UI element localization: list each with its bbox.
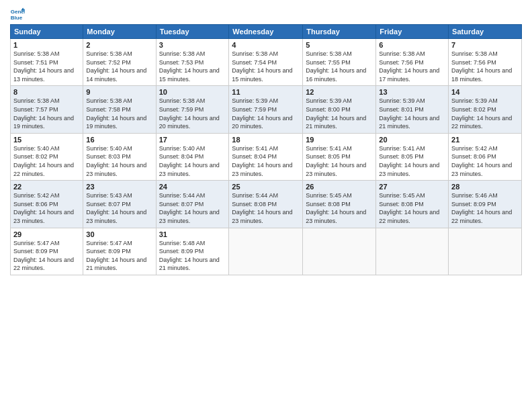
header: General Blue [10, 7, 522, 21]
day-number: 25 [232, 183, 300, 191]
day-info: Sunrise: 5:39 AMSunset: 8:00 PMDaylight:… [306, 97, 373, 130]
day-number: 30 [86, 230, 152, 238]
day-info: Sunrise: 5:48 AMSunset: 8:09 PMDaylight:… [159, 239, 226, 273]
day-info: Sunrise: 5:41 AMSunset: 8:05 PMDaylight:… [379, 144, 445, 178]
day-info: Sunrise: 5:38 AMSunset: 7:53 PMDaylight:… [159, 50, 226, 83]
calendar-cell: 31 Sunrise: 5:48 AMSunset: 8:09 PMDaylig… [156, 228, 229, 275]
calendar-cell: 2 Sunrise: 5:38 AMSunset: 7:52 PMDayligh… [83, 39, 156, 86]
calendar-cell: 22 Sunrise: 5:42 AMSunset: 8:06 PMDaylig… [11, 181, 83, 228]
day-info: Sunrise: 5:47 AMSunset: 8:09 PMDaylight:… [86, 239, 152, 273]
calendar-cell: 9 Sunrise: 5:38 AMSunset: 7:58 PMDayligh… [83, 86, 156, 133]
week-row-4: 22 Sunrise: 5:42 AMSunset: 8:06 PMDaylig… [11, 181, 522, 228]
day-number: 15 [13, 136, 80, 144]
calendar-cell: 27 Sunrise: 5:45 AMSunset: 8:08 PMDaylig… [376, 181, 449, 228]
day-info: Sunrise: 5:38 AMSunset: 7:54 PMDaylight:… [232, 50, 300, 83]
header-thursday: Thursday [303, 25, 376, 39]
calendar-cell: 24 Sunrise: 5:44 AMSunset: 8:07 PMDaylig… [156, 181, 229, 228]
day-number: 16 [86, 136, 152, 144]
day-number: 4 [232, 41, 300, 49]
day-number: 11 [232, 88, 300, 96]
day-number: 20 [379, 136, 445, 144]
calendar-cell [449, 228, 522, 275]
calendar-cell: 19 Sunrise: 5:41 AMSunset: 8:05 PMDaylig… [303, 133, 376, 180]
day-number: 21 [451, 136, 519, 144]
day-number: 7 [451, 41, 519, 49]
day-info: Sunrise: 5:38 AMSunset: 7:56 PMDaylight:… [451, 50, 519, 83]
day-number: 10 [159, 88, 226, 96]
day-info: Sunrise: 5:39 AMSunset: 8:01 PMDaylight:… [379, 97, 445, 130]
day-number: 9 [86, 88, 152, 96]
calendar-cell: 16 Sunrise: 5:40 AMSunset: 8:03 PMDaylig… [83, 133, 156, 180]
day-info: Sunrise: 5:38 AMSunset: 7:59 PMDaylight:… [159, 97, 226, 130]
day-number: 29 [13, 230, 80, 238]
day-number: 6 [379, 41, 445, 49]
calendar-cell: 28 Sunrise: 5:46 AMSunset: 8:09 PMDaylig… [449, 181, 522, 228]
day-info: Sunrise: 5:42 AMSunset: 8:06 PMDaylight:… [13, 191, 80, 225]
calendar-cell: 17 Sunrise: 5:40 AMSunset: 8:04 PMDaylig… [156, 133, 229, 180]
day-info: Sunrise: 5:46 AMSunset: 8:09 PMDaylight:… [451, 191, 519, 225]
day-info: Sunrise: 5:41 AMSunset: 8:05 PMDaylight:… [306, 144, 373, 178]
calendar-cell: 18 Sunrise: 5:41 AMSunset: 8:04 PMDaylig… [229, 133, 303, 180]
svg-text:Blue: Blue [11, 15, 23, 21]
day-number: 22 [13, 183, 80, 191]
calendar-cell: 7 Sunrise: 5:38 AMSunset: 7:56 PMDayligh… [449, 39, 522, 86]
day-info: Sunrise: 5:47 AMSunset: 8:09 PMDaylight:… [13, 239, 80, 273]
calendar-cell: 25 Sunrise: 5:44 AMSunset: 8:08 PMDaylig… [229, 181, 303, 228]
day-info: Sunrise: 5:39 AMSunset: 7:59 PMDaylight:… [232, 97, 300, 130]
day-number: 17 [159, 136, 226, 144]
day-number: 19 [306, 136, 373, 144]
calendar-cell: 26 Sunrise: 5:45 AMSunset: 8:08 PMDaylig… [303, 181, 376, 228]
calendar-cell: 5 Sunrise: 5:38 AMSunset: 7:55 PMDayligh… [303, 39, 376, 86]
day-info: Sunrise: 5:43 AMSunset: 8:07 PMDaylight:… [86, 191, 152, 225]
calendar-cell: 8 Sunrise: 5:38 AMSunset: 7:57 PMDayligh… [11, 86, 83, 133]
header-friday: Friday [376, 25, 449, 39]
calendar-cell: 13 Sunrise: 5:39 AMSunset: 8:01 PMDaylig… [376, 86, 449, 133]
calendar-header-row: SundayMondayTuesdayWednesdayThursdayFrid… [11, 25, 522, 39]
calendar-cell: 4 Sunrise: 5:38 AMSunset: 7:54 PMDayligh… [229, 39, 303, 86]
day-info: Sunrise: 5:38 AMSunset: 7:57 PMDaylight:… [13, 97, 80, 130]
day-number: 5 [306, 41, 373, 49]
calendar-cell: 30 Sunrise: 5:47 AMSunset: 8:09 PMDaylig… [83, 228, 156, 275]
calendar-cell: 21 Sunrise: 5:42 AMSunset: 8:06 PMDaylig… [449, 133, 522, 180]
day-number: 31 [159, 230, 226, 238]
day-number: 3 [159, 41, 226, 49]
day-number: 14 [451, 88, 519, 96]
day-number: 8 [13, 88, 80, 96]
day-info: Sunrise: 5:40 AMSunset: 8:04 PMDaylight:… [159, 144, 226, 178]
calendar-cell: 10 Sunrise: 5:38 AMSunset: 7:59 PMDaylig… [156, 86, 229, 133]
day-info: Sunrise: 5:40 AMSunset: 8:03 PMDaylight:… [86, 144, 152, 178]
calendar-table: SundayMondayTuesdayWednesdayThursdayFrid… [10, 24, 522, 275]
day-number: 13 [379, 88, 445, 96]
day-number: 27 [379, 183, 445, 191]
day-info: Sunrise: 5:45 AMSunset: 8:08 PMDaylight:… [306, 191, 373, 225]
day-number: 26 [306, 183, 373, 191]
day-info: Sunrise: 5:39 AMSunset: 8:02 PMDaylight:… [451, 97, 519, 130]
day-number: 2 [86, 41, 152, 49]
calendar-cell: 15 Sunrise: 5:40 AMSunset: 8:02 PMDaylig… [11, 133, 83, 180]
calendar-cell: 23 Sunrise: 5:43 AMSunset: 8:07 PMDaylig… [83, 181, 156, 228]
header-wednesday: Wednesday [229, 25, 303, 39]
calendar-cell [303, 228, 376, 275]
day-number: 23 [86, 183, 152, 191]
week-row-1: 1 Sunrise: 5:38 AMSunset: 7:51 PMDayligh… [11, 39, 522, 86]
day-info: Sunrise: 5:41 AMSunset: 8:04 PMDaylight:… [232, 144, 300, 178]
day-number: 28 [451, 183, 519, 191]
day-info: Sunrise: 5:42 AMSunset: 8:06 PMDaylight:… [451, 144, 519, 178]
week-row-2: 8 Sunrise: 5:38 AMSunset: 7:57 PMDayligh… [11, 86, 522, 133]
day-number: 18 [232, 136, 300, 144]
calendar-cell: 1 Sunrise: 5:38 AMSunset: 7:51 PMDayligh… [11, 39, 83, 86]
calendar-cell: 3 Sunrise: 5:38 AMSunset: 7:53 PMDayligh… [156, 39, 229, 86]
day-info: Sunrise: 5:38 AMSunset: 7:51 PMDaylight:… [13, 50, 80, 83]
day-info: Sunrise: 5:38 AMSunset: 7:55 PMDaylight:… [306, 50, 373, 83]
calendar-cell [376, 228, 449, 275]
day-number: 1 [13, 41, 80, 49]
header-saturday: Saturday [449, 25, 522, 39]
day-info: Sunrise: 5:45 AMSunset: 8:08 PMDaylight:… [379, 191, 445, 225]
day-number: 24 [159, 183, 226, 191]
calendar-cell: 20 Sunrise: 5:41 AMSunset: 8:05 PMDaylig… [376, 133, 449, 180]
logo-icon: General Blue [10, 7, 25, 21]
header-tuesday: Tuesday [156, 25, 229, 39]
page: General Blue SundayMondayTuesdayWednesda… [0, 0, 532, 282]
header-sunday: Sunday [11, 25, 83, 39]
calendar-cell: 12 Sunrise: 5:39 AMSunset: 8:00 PMDaylig… [303, 86, 376, 133]
